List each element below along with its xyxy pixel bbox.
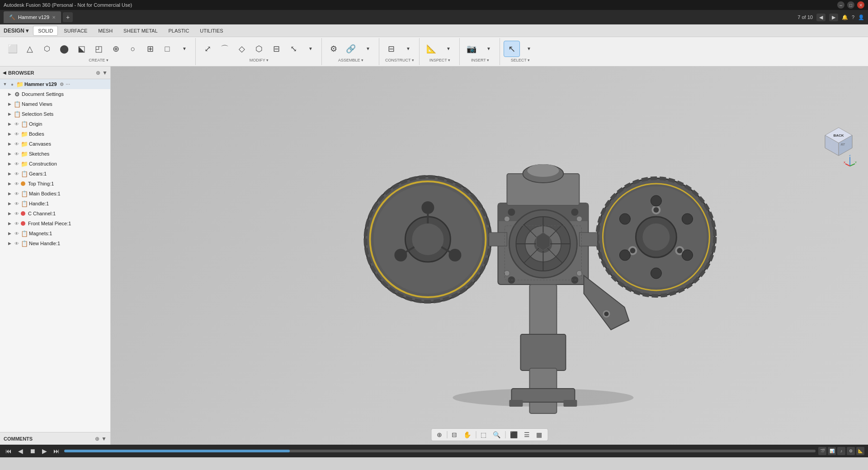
c-channel-vis-icon[interactable]: 👁 — [14, 210, 20, 217]
tb-draft[interactable]: ⊟ — [268, 41, 284, 57]
tree-gears[interactable]: ▶ 👁 📋 Gears:1 — [0, 169, 110, 179]
tab-close-btn[interactable]: ✕ — [52, 15, 56, 20]
main-bodies-vis-icon[interactable]: 👁 — [14, 190, 20, 197]
tb-assemble-more[interactable]: ▼ — [360, 41, 376, 57]
sel-sets-expand[interactable]: ▶ — [6, 111, 13, 117]
root-more-icon[interactable]: ⋯ — [66, 82, 70, 87]
origin-expand[interactable]: ▶ — [6, 121, 13, 127]
notification-icon[interactable]: 🔔 — [842, 14, 848, 20]
tree-canvases[interactable]: ▶ 👁 📁 Canvases — [0, 139, 110, 149]
top-thing-expand[interactable]: ▶ — [6, 180, 13, 187]
tree-selection-sets[interactable]: ▶ 📋 Selection Sets — [0, 109, 110, 119]
tb-offset-plane[interactable]: ⊟ — [383, 41, 399, 57]
tree-main-bodies[interactable]: ▶ 👁 📋 Main Bodies:1 — [0, 189, 110, 199]
anim-play-btn[interactable]: ▶ — [40, 446, 49, 456]
root-expand[interactable]: ▼ — [2, 81, 8, 87]
handle-expand[interactable]: ▶ — [6, 200, 13, 207]
tab-nav-prev[interactable]: ◀ — [816, 14, 826, 21]
browser-add-icon[interactable]: ⊕ — [96, 70, 100, 76]
add-tab-button[interactable]: + — [63, 12, 73, 22]
c-channel-expand[interactable]: ▶ — [6, 210, 13, 217]
tb-select-more[interactable]: ▼ — [521, 41, 537, 57]
construction-vis-icon[interactable]: 👁 — [14, 161, 20, 167]
anim-chart-icon[interactable]: 📊 — [828, 447, 836, 455]
ws-tab-sheet-metal[interactable]: SHEET METAL — [118, 26, 162, 36]
canvases-expand[interactable]: ▶ — [6, 141, 13, 147]
anim-measure-icon[interactable]: 📐 — [856, 447, 864, 455]
pan-icon[interactable]: ✋ — [462, 430, 473, 439]
anim-prev-btn[interactable]: ◀ — [16, 446, 25, 456]
tb-joint[interactable]: 🔗 — [343, 41, 359, 57]
zoom-icon[interactable]: 🔍 — [491, 430, 502, 439]
tree-sketches[interactable]: ▶ 👁 📁 Sketches — [0, 149, 110, 159]
handle-vis-icon[interactable]: 👁 — [14, 200, 20, 207]
tree-document-settings[interactable]: ▶ ⚙ Document Settings — [0, 89, 110, 99]
orbit-icon[interactable]: ⊟ — [450, 430, 459, 439]
tb-insert-canvas[interactable]: 📷 — [463, 41, 480, 57]
ws-tab-surface[interactable]: SURFACE — [59, 26, 92, 36]
anim-first-btn[interactable]: ⏮ — [4, 446, 14, 456]
tb-loft[interactable]: ⬕ — [73, 41, 90, 57]
viewcube[interactable]: BACK RT Z X Y — [823, 125, 854, 157]
gears-vis-icon[interactable]: 👁 — [14, 171, 20, 177]
tb-revolve[interactable]: ⬡ — [39, 41, 55, 57]
tree-root[interactable]: ▼ ● 📁 Hammer v129 ⚙ ⋯ — [0, 79, 110, 89]
tree-top-thing[interactable]: ▶ 👁 Top Thing:1 — [0, 179, 110, 189]
anim-capture-icon[interactable]: 🎬 — [818, 447, 826, 455]
tb-shell[interactable]: ⬡ — [251, 41, 267, 57]
comments-chevron-icon[interactable]: ▼ — [101, 436, 107, 442]
anim-last-btn[interactable]: ⏭ — [52, 446, 61, 456]
tree-magnets[interactable]: ▶ 👁 📋 Magnets:1 — [0, 228, 110, 238]
help-icon[interactable]: ? — [852, 14, 854, 20]
tb-modify-more[interactable]: ▼ — [302, 41, 319, 57]
ws-tab-plastic[interactable]: PLASTIC — [164, 26, 194, 36]
sketches-expand[interactable]: ▶ — [6, 151, 13, 157]
anim-timeline[interactable] — [64, 450, 816, 452]
tree-c-channel[interactable]: ▶ 👁 C Channel:1 — [0, 209, 110, 218]
anim-sound-icon[interactable]: ♪ — [837, 447, 845, 455]
tree-construction[interactable]: ▶ 👁 📁 Construction — [0, 159, 110, 169]
bodies-vis-icon[interactable]: 👁 — [14, 131, 20, 137]
tb-construct-more[interactable]: ▼ — [400, 41, 416, 57]
tb-hole[interactable]: ○ — [125, 41, 141, 57]
front-metal-vis-icon[interactable]: 👁 — [14, 220, 20, 227]
magnets-expand[interactable]: ▶ — [6, 230, 13, 237]
doc-settings-expand[interactable]: ▶ — [6, 91, 13, 97]
tb-new-component[interactable]: ⬜ — [5, 41, 21, 57]
anim-settings-icon[interactable]: ⚙ — [847, 447, 855, 455]
viewport[interactable]: BACK RT Z X Y ⊕ — [111, 66, 868, 445]
tb-press-pull[interactable]: ⤢ — [199, 41, 216, 57]
tb-insert-more[interactable]: ▼ — [481, 41, 497, 57]
tb-web[interactable]: ⊕ — [108, 41, 124, 57]
tb-inspect-more[interactable]: ▼ — [440, 41, 457, 57]
user-icon[interactable]: 👤 — [858, 14, 864, 20]
tb-box[interactable]: □ — [159, 41, 175, 57]
nav-tools-icon[interactable]: ⊕ — [435, 430, 444, 439]
magnets-vis-icon[interactable]: 👁 — [14, 230, 20, 237]
tb-fillet[interactable]: ⌒ — [217, 41, 233, 57]
tab-hammer[interactable]: 🔨 Hammer v129 ✕ — [4, 11, 61, 23]
tree-named-views[interactable]: ▶ 📋 Named Views — [0, 99, 110, 109]
tb-chamfer[interactable]: ◇ — [234, 41, 250, 57]
maximize-button[interactable]: □ — [847, 1, 854, 9]
tb-new-comp[interactable]: ⚙ — [326, 41, 342, 57]
main-bodies-expand[interactable]: ▶ — [6, 190, 13, 197]
tb-thread[interactable]: ⊞ — [142, 41, 158, 57]
minimize-button[interactable]: – — [837, 1, 844, 9]
construction-expand[interactable]: ▶ — [6, 161, 13, 167]
new-handle-expand[interactable]: ▶ — [6, 240, 13, 247]
tree-front-metal[interactable]: ▶ 👁 Front Metal Piece:1 — [0, 218, 110, 228]
tree-handle[interactable]: ▶ 👁 📋 Handle:1 — [0, 199, 110, 209]
ws-tab-solid[interactable]: SOLID — [33, 26, 58, 36]
tb-sweep[interactable]: ⬤ — [56, 41, 72, 57]
tree-bodies[interactable]: ▶ 👁 📁 Bodies — [0, 129, 110, 139]
front-metal-expand[interactable]: ▶ — [6, 220, 13, 227]
tab-nav-next[interactable]: ▶ — [829, 14, 838, 21]
browser-chevron-icon[interactable]: ▼ — [102, 70, 108, 76]
named-views-expand[interactable]: ▶ — [6, 101, 13, 107]
new-handle-vis-icon[interactable]: 👁 — [14, 240, 20, 247]
anim-stop-btn[interactable]: ⏹ — [28, 446, 38, 456]
design-dropdown[interactable]: DESIGN ▾ — [4, 28, 28, 34]
grid-icon[interactable]: ☰ — [522, 430, 532, 439]
bodies-expand[interactable]: ▶ — [6, 131, 13, 137]
